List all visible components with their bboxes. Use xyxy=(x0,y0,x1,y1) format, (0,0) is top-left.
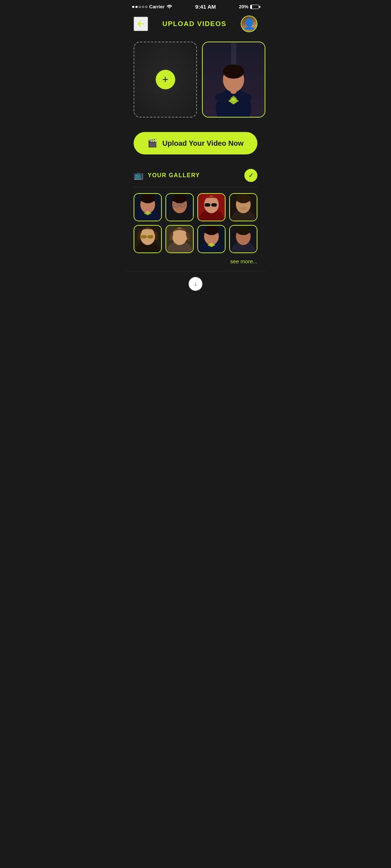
video-card-1[interactable] xyxy=(202,42,265,118)
bottom-bar: ↓ xyxy=(125,271,266,298)
dot-5 xyxy=(145,6,147,8)
status-time: 9:41 AM xyxy=(195,4,216,10)
gallery-image-4 xyxy=(230,194,257,221)
add-video-card[interactable]: + xyxy=(134,42,197,118)
check-icon: ✓ xyxy=(248,171,254,179)
svg-rect-35 xyxy=(211,203,217,207)
scroll-down-button[interactable]: ↓ xyxy=(189,277,202,291)
dot-4 xyxy=(142,6,144,8)
gallery-item-7[interactable] xyxy=(197,225,226,253)
add-video-button[interactable]: + xyxy=(156,70,175,89)
battery-fill xyxy=(251,5,252,9)
battery-percent: 20% xyxy=(239,4,248,9)
gallery-image-2 xyxy=(166,194,193,221)
camera-icon: 🎬 xyxy=(147,139,157,148)
gallery-title: YOUR GALLERY xyxy=(148,172,200,179)
gallery-item-3[interactable] xyxy=(197,193,226,221)
gallery-item-4[interactable] xyxy=(229,193,257,221)
gallery-section: 📺 YOUR GALLERY ✓ xyxy=(125,165,266,268)
svg-point-5 xyxy=(223,64,244,78)
carrier-label: Carrier xyxy=(149,4,165,9)
video-carousel: + xyxy=(125,38,266,125)
page-title: UPLOAD VIDEOS xyxy=(163,20,227,28)
battery-icon xyxy=(250,5,259,9)
gallery-image-8 xyxy=(230,226,257,252)
dot-1 xyxy=(132,6,134,8)
gallery-image-7 xyxy=(198,226,225,252)
signal-dots xyxy=(132,6,147,8)
see-more-link[interactable]: see more... xyxy=(230,258,257,264)
down-arrow-icon: ↓ xyxy=(194,281,197,287)
svg-rect-34 xyxy=(205,203,210,207)
wifi-icon xyxy=(167,4,172,9)
gallery-item-6[interactable] xyxy=(165,225,194,253)
status-left: Carrier xyxy=(132,4,172,9)
upload-button[interactable]: 🎬 Upload Your Video Now xyxy=(134,132,257,154)
gallery-check-badge: ✓ xyxy=(244,169,257,182)
tv-icon: 📺 xyxy=(134,171,143,180)
svg-point-65 xyxy=(236,226,251,235)
dot-2 xyxy=(135,6,138,8)
gallery-image-3 xyxy=(198,194,225,221)
back-button[interactable] xyxy=(134,17,148,31)
svg-point-6 xyxy=(215,93,229,102)
svg-rect-47 xyxy=(141,235,147,238)
gallery-image-5 xyxy=(134,226,161,252)
gallery-title-row: 📺 YOUR GALLERY xyxy=(134,171,200,180)
svg-point-7 xyxy=(238,93,252,102)
gallery-item-5[interactable] xyxy=(134,225,162,253)
gallery-header: 📺 YOUR GALLERY ✓ xyxy=(134,169,257,187)
upload-button-label: Upload Your Video Now xyxy=(162,139,243,148)
gallery-image-1 xyxy=(134,194,161,221)
svg-point-42 xyxy=(240,207,247,210)
video-thumbnail-1 xyxy=(203,42,265,117)
svg-point-21 xyxy=(140,194,155,203)
svg-rect-48 xyxy=(148,235,153,238)
upload-section: 🎬 Upload Your Video Now xyxy=(125,125,266,165)
status-right: 20% xyxy=(239,4,259,9)
gallery-item-2[interactable] xyxy=(165,193,194,221)
gallery-item-8[interactable] xyxy=(229,225,257,253)
plus-icon: + xyxy=(162,74,169,85)
gallery-grid xyxy=(134,187,257,253)
status-bar: Carrier 9:41 AM 20% xyxy=(125,0,266,12)
gallery-item-1[interactable] xyxy=(134,193,162,221)
svg-point-41 xyxy=(236,194,251,203)
dot-3 xyxy=(139,6,141,8)
svg-point-29 xyxy=(172,194,187,203)
see-more-row: see more... xyxy=(134,253,257,268)
gallery-image-6 xyxy=(166,226,193,252)
avatar-image xyxy=(241,16,257,31)
avatar[interactable] xyxy=(241,16,257,32)
header: UPLOAD VIDEOS xyxy=(125,12,266,38)
svg-point-60 xyxy=(204,226,219,235)
